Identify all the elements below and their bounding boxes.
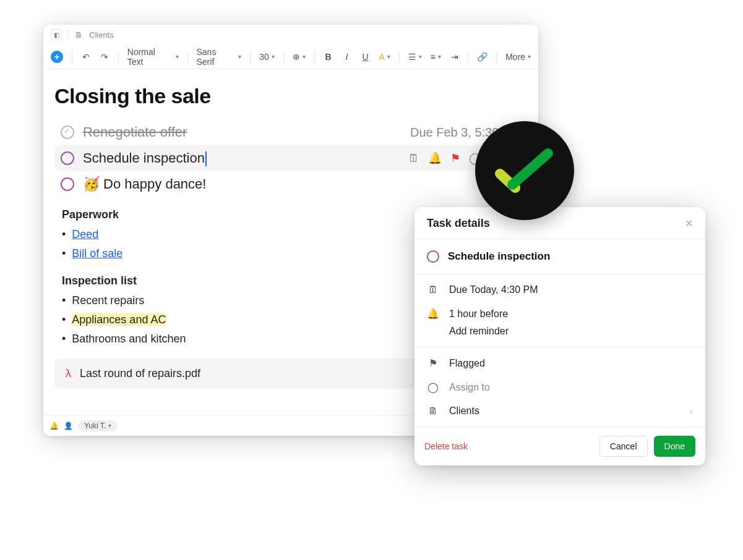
calendar-icon: 🗓	[427, 284, 439, 295]
note-icon: 🗎	[427, 405, 439, 417]
add-reminder-text: Add reminder	[449, 326, 509, 337]
flag-icon[interactable]: ⚑	[450, 151, 460, 165]
task-row[interactable]: Renegotiate offer Due Feb 3, 5:30 PM	[54, 119, 527, 145]
underline-button[interactable]: U	[358, 49, 373, 65]
top-bar: ◧ 🗎 Clients	[43, 25, 538, 45]
font-dropdown[interactable]: Sans Serif ▾	[194, 49, 244, 65]
notification-icon[interactable]: 🔔	[49, 422, 59, 430]
reminder-row[interactable]: 🔔 1 hour before	[414, 302, 705, 326]
flagged-row[interactable]: ⚑ Flagged	[414, 351, 705, 375]
reminder-text: 1 hour before	[449, 308, 508, 320]
italic-button[interactable]: I	[340, 49, 354, 65]
check-badge	[475, 121, 574, 220]
due-row[interactable]: 🗓 Due Today, 4:30 PM	[414, 278, 705, 302]
toolbar: + ↶ ↷ Normal Text ▾ Sans Serif ▾ 30 ▾ ⊕ …	[43, 45, 538, 69]
more-label: More	[505, 52, 525, 62]
page-title[interactable]: Closing the sale	[54, 84, 527, 108]
link-button[interactable]: 🔗	[475, 49, 491, 65]
style-dropdown[interactable]: Normal Text ▾	[125, 49, 181, 65]
task-text[interactable]: Schedule inspection	[83, 150, 400, 166]
panel-header: Task details ✕	[414, 207, 705, 239]
link[interactable]: Bill of sale	[72, 247, 122, 260]
back-button[interactable]: ◧	[51, 29, 62, 40]
flag-icon: ⚑	[427, 357, 439, 369]
cancel-button[interactable]: Cancel	[599, 436, 648, 457]
size-dropdown[interactable]: 30 ▾	[257, 49, 277, 65]
user-chip[interactable]: Yuki T. ▾	[78, 420, 118, 431]
checkmark-icon	[494, 146, 556, 195]
bullet-list-button[interactable]: ☰ ▾	[406, 49, 424, 65]
assign-row[interactable]: ◯ Assign to	[414, 375, 705, 399]
indent-button[interactable]: ⇥	[447, 49, 462, 65]
flagged-text: Flagged	[449, 358, 485, 369]
task-text[interactable]: 🥳 Do happy dance!	[83, 176, 521, 192]
font-label: Sans Serif	[196, 47, 236, 67]
bell-icon: 🔔	[427, 308, 439, 320]
undo-button[interactable]: ↶	[79, 49, 93, 65]
delete-task-button[interactable]: Delete task	[424, 441, 468, 451]
numbered-list-button[interactable]: ≡ ▾	[428, 49, 444, 65]
link[interactable]: Deed	[72, 228, 98, 240]
panel-task-row: Schedule inspection	[414, 239, 705, 274]
task-row[interactable]: 🥳 Do happy dance!	[54, 171, 527, 197]
size-label: 30	[259, 52, 269, 62]
due-text: Due Today, 4:30 PM	[449, 284, 538, 295]
task-checkbox[interactable]	[61, 177, 74, 191]
task-details-panel: Task details ✕ Schedule inspection 🗓 Due…	[414, 207, 705, 465]
add-user-icon[interactable]: 👤	[64, 422, 73, 430]
add-reminder-row[interactable]: Add reminder	[414, 326, 705, 343]
panel-actions: Cancel Done	[599, 436, 695, 457]
note-icon: 🗎	[75, 30, 83, 40]
note-text: Clients	[449, 405, 680, 417]
add-button[interactable]: +	[48, 49, 66, 65]
text-cursor	[205, 151, 207, 166]
task-name: Schedule inspection	[448, 250, 550, 263]
panel-body: 🗓 Due Today, 4:30 PM 🔔 1 hour before Add…	[414, 274, 705, 426]
redo-button[interactable]: ↷	[97, 49, 112, 65]
person-icon: ◯	[427, 381, 439, 393]
bold-button[interactable]: B	[321, 49, 336, 65]
task-text[interactable]: Renegotiate offer	[83, 124, 402, 140]
chevron-right-icon: ›	[690, 406, 693, 416]
more-dropdown[interactable]: More ▾	[503, 49, 533, 65]
bell-icon[interactable]: 🔔	[428, 151, 442, 165]
task-checkbox[interactable]	[61, 125, 74, 139]
style-label: Normal Text	[127, 47, 173, 67]
attachment-name: Last round of repairs.pdf	[80, 367, 200, 380]
text-color-button[interactable]: A ▾	[377, 49, 393, 65]
note-row[interactable]: 🗎 Clients ›	[414, 399, 705, 423]
panel-title: Task details	[427, 217, 490, 230]
breadcrumb[interactable]: Clients	[89, 30, 114, 40]
insert-dropdown[interactable]: ⊕ ▾	[290, 49, 308, 65]
pdf-icon: λ	[66, 367, 71, 380]
separator	[68, 30, 69, 40]
assign-text: Assign to	[449, 382, 490, 393]
task-checkbox[interactable]	[427, 250, 439, 263]
close-icon[interactable]: ✕	[685, 218, 693, 229]
panel-footer: Delete task Cancel Done	[414, 426, 705, 465]
calendar-icon[interactable]: 🗓	[408, 152, 419, 165]
done-button[interactable]: Done	[654, 436, 695, 457]
task-row[interactable]: Schedule inspection 🗓 🔔 ⚑ ◯ 🗑 ⋯	[54, 145, 527, 171]
task-checkbox[interactable]	[61, 151, 74, 165]
highlighted-text: Appliances and AC	[72, 313, 166, 326]
